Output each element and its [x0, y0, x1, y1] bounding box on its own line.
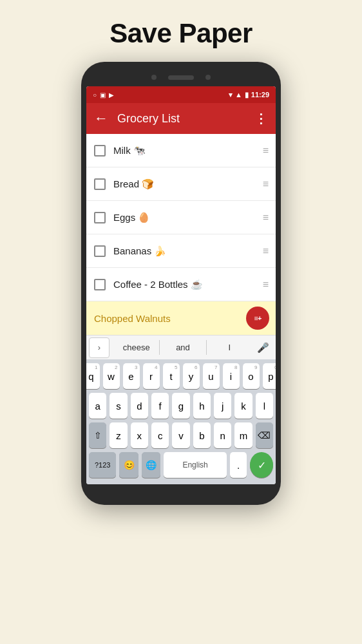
enter-key[interactable]: ✓ [250, 452, 273, 478]
key-p[interactable]: 0p [263, 363, 276, 389]
status-right-icons: ▾ ▲ ▮ 11:29 [229, 91, 269, 99]
key-f[interactable]: f [151, 393, 169, 419]
keyboard-row-4: ?123 😊 🌐 English . ✓ [89, 452, 273, 478]
play-icon: ▶ [109, 91, 114, 99]
keyboard-row-1: 1q 2w 3e 4r 5t 6y 7u 8i 9o 0p [89, 363, 273, 389]
suggestion-i[interactable]: I [207, 340, 252, 355]
more-button[interactable]: ⋮ [254, 111, 268, 126]
phone-screen: ○ ▣ ▶ ▾ ▲ ▮ 11:29 ← Grocery List ⋮ Milk … [86, 86, 276, 484]
checkbox-bananas[interactable] [94, 245, 106, 257]
key-l[interactable]: l [256, 393, 273, 419]
checkbox-coffee[interactable] [94, 279, 106, 290]
input-row[interactable]: Chopped Walnuts ≡+ [86, 301, 276, 335]
add-icon: ≡+ [254, 314, 262, 322]
key-s[interactable]: s [110, 393, 127, 419]
item-coffee: Coffee - 2 Bottles ☕ [113, 279, 263, 290]
key-h[interactable]: h [193, 393, 211, 419]
key-e[interactable]: 3e [123, 363, 140, 389]
page-title: Save Paper [110, 18, 252, 49]
key-c[interactable]: c [151, 422, 169, 448]
shift-key[interactable]: ⇧ [89, 422, 106, 448]
microphone-button[interactable]: 🎤 [252, 342, 273, 354]
key-z[interactable]: z [110, 422, 127, 448]
backspace-key[interactable]: ⌫ [256, 422, 273, 448]
signal-icon: ▲ [235, 91, 242, 99]
wifi-icon: ▾ [229, 91, 233, 99]
suggestion-and[interactable]: and [160, 340, 206, 355]
item-milk: Milk 🐄 [113, 145, 263, 156]
back-button[interactable]: ← [94, 110, 108, 127]
key-r[interactable]: 4r [143, 363, 160, 389]
key-y[interactable]: 6y [183, 363, 200, 389]
drag-handle-bananas[interactable]: ≡ [263, 245, 268, 257]
symbols-key[interactable]: ?123 [89, 452, 116, 478]
phone-shell: ○ ▣ ▶ ▾ ▲ ▮ 11:29 ← Grocery List ⋮ Milk … [81, 62, 281, 505]
list-item: Eggs 🥚 ≡ [86, 201, 276, 234]
drag-handle-milk[interactable]: ≡ [263, 145, 268, 156]
key-o[interactable]: 9o [243, 363, 260, 389]
sim-icon: ▣ [100, 91, 106, 99]
status-left-icons: ○ ▣ ▶ [93, 91, 114, 99]
keyboard-row-3: ⇧ z x c v b n m ⌫ [89, 422, 273, 448]
camera-dot [151, 75, 157, 80]
suggestions-list: cheese and I [113, 340, 252, 355]
emoji-key[interactable]: 😊 [119, 452, 138, 478]
space-key[interactable]: English [164, 452, 227, 478]
key-x[interactable]: x [131, 422, 148, 448]
speaker [168, 75, 194, 80]
microphone-icon: 🎤 [257, 342, 269, 354]
key-v[interactable]: v [172, 422, 189, 448]
circle-icon: ○ [93, 91, 97, 99]
input-current-text: Chopped Walnuts [94, 313, 246, 324]
suggestion-bar: › cheese and I 🎤 [86, 335, 276, 359]
phone-bottom-bar [86, 484, 276, 493]
suggestion-cheese[interactable]: cheese [113, 340, 160, 355]
key-b[interactable]: b [193, 422, 211, 448]
list-item: Coffee - 2 Bottles ☕ ≡ [86, 268, 276, 301]
phone-top-bar [86, 71, 276, 86]
toolbar: ← Grocery List ⋮ [86, 103, 276, 134]
drag-handle-coffee[interactable]: ≡ [263, 279, 268, 290]
drag-handle-bread[interactable]: ≡ [263, 178, 268, 190]
globe-key[interactable]: 🌐 [142, 452, 160, 478]
key-u[interactable]: 7u [203, 363, 220, 389]
key-q[interactable]: 1q [86, 363, 100, 389]
key-n[interactable]: n [214, 422, 231, 448]
status-bar: ○ ▣ ▶ ▾ ▲ ▮ 11:29 [86, 86, 276, 103]
key-d[interactable]: d [131, 393, 148, 419]
battery-icon: ▮ [245, 91, 249, 99]
keyboard-row-2: a s d f g h j k l [89, 393, 273, 419]
checkbox-milk[interactable] [94, 145, 106, 156]
checkbox-bread[interactable] [94, 178, 106, 190]
list-item: Bananas 🍌 ≡ [86, 234, 276, 268]
list-item: Milk 🐄 ≡ [86, 134, 276, 167]
key-t[interactable]: 5t [163, 363, 180, 389]
key-j[interactable]: j [214, 393, 231, 419]
grocery-list: Milk 🐄 ≡ Bread 🍞 ≡ Eggs 🥚 ≡ Bananas 🍌 ≡ [86, 134, 276, 301]
toolbar-title: Grocery List [117, 112, 254, 126]
key-i[interactable]: 8i [223, 363, 240, 389]
period-key[interactable]: . [230, 452, 247, 478]
item-eggs: Eggs 🥚 [113, 212, 263, 223]
chevron-button[interactable]: › [89, 337, 110, 358]
time-display: 11:29 [251, 91, 269, 99]
key-w[interactable]: 2w [103, 363, 120, 389]
list-item: Bread 🍞 ≡ [86, 167, 276, 201]
key-a[interactable]: a [89, 393, 106, 419]
item-bananas: Bananas 🍌 [113, 245, 263, 257]
checkbox-eggs[interactable] [94, 212, 106, 223]
key-k[interactable]: k [234, 393, 252, 419]
keyboard: 1q 2w 3e 4r 5t 6y 7u 8i 9o 0p a s d f g … [86, 359, 276, 484]
chevron-right-icon: › [98, 343, 100, 352]
drag-handle-eggs[interactable]: ≡ [263, 212, 268, 223]
add-item-button[interactable]: ≡+ [246, 307, 269, 330]
key-m[interactable]: m [234, 422, 252, 448]
key-g[interactable]: g [172, 393, 189, 419]
sensor-dot [205, 75, 211, 80]
item-bread: Bread 🍞 [113, 178, 263, 190]
